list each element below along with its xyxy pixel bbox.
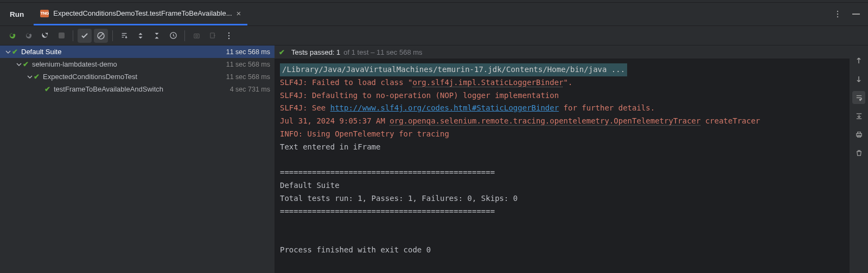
svg-point-10	[228, 32, 229, 33]
scroll-to-end-toggle[interactable]	[852, 109, 865, 122]
console-line: SLF4J: Failed to load class "org.slf4j.i…	[280, 78, 572, 87]
expand-all-button[interactable]	[133, 29, 148, 43]
show-passed-toggle[interactable]	[78, 29, 92, 43]
chevron-down-icon[interactable]	[15, 62, 23, 67]
run-config-tab-label: ExpectedConditionsDemoTest.testFrameToBe…	[53, 9, 232, 17]
test-history-button[interactable]	[166, 29, 180, 43]
console-line: SLF4J: Defaulting to no-operation (NOP) …	[280, 91, 559, 100]
console-line: Jul 31, 2024 9:05:37 AM org.openqa.selen…	[280, 116, 760, 125]
svg-line-5	[99, 34, 103, 38]
console-command-line: /Library/Java/JavaVirtualMachines/temuri…	[280, 63, 627, 76]
toolbar-divider	[184, 30, 185, 41]
console-line: ========================================…	[280, 168, 495, 177]
console-output[interactable]: /Library/Java/JavaVirtualMachines/temuri…	[275, 59, 850, 273]
test-name-label: Default Suite	[21, 48, 226, 56]
toggle-auto-test-button[interactable]	[38, 29, 52, 43]
svg-rect-3	[852, 14, 860, 15]
test-tree-row[interactable]: ✔testFrameToBeAvailableAndSwitch4 sec 73…	[0, 83, 275, 95]
test-passed-icon: ✔	[34, 73, 40, 81]
console-line: INFO: Using OpenTelemetry for tracing	[280, 129, 449, 138]
run-config-tab[interactable]: TNG ExpectedConditionsDemoTest.testFrame…	[34, 3, 247, 25]
chevron-down-icon[interactable]	[4, 49, 12, 55]
stop-button	[54, 29, 68, 43]
test-passed-icon: ✔	[44, 85, 50, 93]
test-tree-row[interactable]: ✔selenium-lambdatest-demo11 sec 568 ms	[0, 58, 275, 70]
import-tests-button	[189, 29, 203, 43]
run-tool-window-header: Run TNG ExpectedConditionsDemoTest.testF…	[0, 3, 868, 26]
test-duration-label: 11 sec 568 ms	[226, 48, 270, 56]
run-toolbar	[0, 26, 868, 46]
toolbar-more-button[interactable]	[222, 29, 236, 43]
svg-rect-9	[210, 33, 214, 38]
clear-all-button[interactable]	[852, 146, 865, 159]
chevron-down-icon[interactable]	[26, 74, 34, 80]
close-tab-button[interactable]: ×	[237, 9, 241, 18]
console-line: ========================================…	[280, 207, 495, 216]
console-line: Total tests run: 1, Passes: 1, Failures:…	[280, 194, 518, 203]
toolbar-divider	[112, 30, 113, 41]
test-duration-label: 4 sec 731 ms	[230, 86, 270, 93]
svg-rect-14	[857, 132, 860, 133]
toolbar-divider	[73, 30, 73, 41]
svg-rect-7	[194, 34, 199, 38]
svg-point-11	[228, 35, 229, 36]
svg-point-2	[837, 16, 838, 17]
tests-passed-count: Tests passed: 1	[291, 48, 340, 56]
collapse-all-button[interactable]	[150, 29, 164, 43]
test-tree-row[interactable]: ✔Default Suite11 sec 568 ms	[0, 46, 275, 58]
hide-tool-window-button[interactable]	[851, 9, 861, 20]
test-duration-label: 11 sec 568 ms	[226, 73, 270, 81]
console-line: Process finished with exit code 0	[280, 245, 431, 254]
show-ignored-toggle[interactable]	[94, 29, 108, 43]
test-tree[interactable]: ✔Default Suite11 sec 568 ms✔selenium-lam…	[0, 46, 275, 273]
test-passed-icon: ✔	[12, 48, 18, 56]
svg-point-8	[195, 35, 197, 37]
test-name-label: ExpectedConditionsDemoTest	[43, 73, 226, 81]
test-status-bar: ✔ Tests passed: 1 of 1 test – 11 sec 568…	[275, 46, 850, 59]
scroll-down-icon[interactable]	[852, 73, 865, 86]
check-icon: ✔	[279, 48, 285, 56]
console-line: Text entered in iFrame	[280, 142, 380, 151]
run-tool-window-title: Run	[0, 10, 34, 18]
console-line: Default Suite	[280, 181, 340, 190]
svg-point-12	[228, 37, 229, 38]
test-passed-icon: ✔	[23, 60, 29, 68]
rerun-failed-button	[22, 29, 36, 43]
sort-button[interactable]	[117, 29, 131, 43]
scroll-up-icon[interactable]	[852, 54, 865, 67]
test-name-label: testFrameToBeAvailableAndSwitch	[54, 85, 230, 93]
svg-point-0	[837, 11, 838, 12]
soft-wrap-toggle[interactable]	[852, 91, 865, 104]
test-tree-row[interactable]: ✔ExpectedConditionsDemoTest11 sec 568 ms	[0, 70, 275, 83]
test-duration-label: 11 sec 568 ms	[226, 61, 270, 68]
console-right-gutter	[850, 46, 868, 273]
rerun-button[interactable]	[5, 29, 20, 43]
tests-passed-suffix: of 1 test – 11 sec 568 ms	[343, 48, 422, 56]
more-icon[interactable]	[832, 9, 843, 20]
slf4j-link[interactable]: http://www.slf4j.org/codes.html#StaticLo…	[330, 103, 559, 112]
print-button[interactable]	[852, 128, 865, 141]
console-line: SLF4J: See http://www.slf4j.org/codes.ht…	[280, 103, 655, 112]
testng-icon: TNG	[40, 10, 49, 17]
test-name-label: selenium-lambdatest-demo	[32, 60, 226, 68]
svg-point-1	[837, 14, 838, 15]
export-tests-button	[206, 29, 220, 43]
